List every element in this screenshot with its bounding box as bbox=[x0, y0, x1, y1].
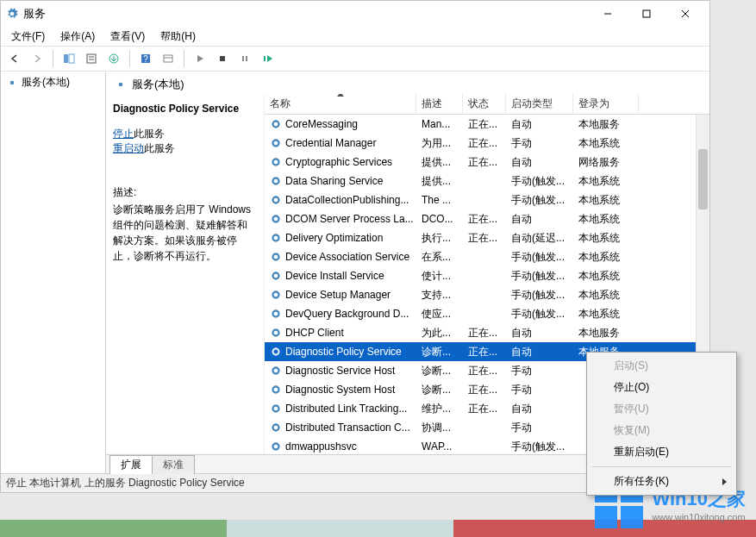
service-row[interactable]: Cryptographic Services提供...正在...自动网络服务 bbox=[265, 153, 709, 172]
service-desc: WAP... bbox=[416, 440, 463, 453]
menubar: 文件(F) 操作(A) 查看(V) 帮助(H) bbox=[1, 27, 709, 46]
stop-link[interactable]: 停止 bbox=[113, 128, 134, 140]
service-row[interactable]: CoreMessagingMan...正在...自动本地服务 bbox=[265, 115, 709, 134]
properties-button[interactable] bbox=[81, 48, 102, 69]
service-status: 正在... bbox=[463, 117, 506, 132]
svg-rect-17 bbox=[246, 56, 247, 61]
service-row[interactable]: Delivery Optimization执行...正在...自动(延迟...本… bbox=[265, 228, 709, 247]
svg-rect-6 bbox=[87, 54, 96, 63]
back-button[interactable] bbox=[4, 48, 25, 69]
restart-service-button[interactable] bbox=[257, 48, 278, 69]
ctx-restart[interactable]: 重新启动(E) bbox=[590, 441, 734, 463]
gear-icon bbox=[270, 175, 282, 187]
service-status: 正在... bbox=[463, 402, 506, 416]
gear-icon bbox=[270, 251, 282, 263]
ctx-separator bbox=[591, 466, 732, 467]
service-name: Cryptographic Services bbox=[285, 156, 392, 168]
service-logon: 本地系统 bbox=[573, 193, 639, 208]
service-row[interactable]: DHCP Client为此...正在...自动本地服务 bbox=[265, 323, 709, 342]
service-row[interactable]: Device Install Service使计...手动(触发...本地系统 bbox=[265, 266, 709, 285]
tree-root[interactable]: 服务(本地) bbox=[6, 75, 100, 90]
gear-icon bbox=[270, 440, 282, 453]
svg-rect-16 bbox=[242, 56, 244, 61]
service-status: 正在... bbox=[463, 364, 506, 378]
ctx-all-tasks[interactable]: 所有任务(K) bbox=[590, 471, 734, 492]
menu-file[interactable]: 文件(F) bbox=[4, 28, 52, 46]
gear-icon bbox=[270, 270, 282, 282]
view-button[interactable] bbox=[158, 48, 178, 69]
forward-button[interactable] bbox=[27, 48, 47, 69]
service-name: CoreMessaging bbox=[285, 118, 358, 130]
service-logon: 本地系统 bbox=[573, 212, 639, 227]
export-button[interactable] bbox=[103, 48, 124, 69]
restart-link[interactable]: 重启动 bbox=[113, 142, 144, 154]
service-desc: 协调... bbox=[416, 421, 463, 435]
gear-icon bbox=[270, 403, 282, 415]
svg-rect-1 bbox=[643, 10, 650, 17]
svg-rect-15 bbox=[220, 56, 225, 61]
gear-icon bbox=[270, 232, 282, 244]
menu-view[interactable]: 查看(V) bbox=[103, 28, 152, 46]
close-button[interactable] bbox=[665, 2, 704, 26]
menu-help[interactable]: 帮助(H) bbox=[153, 28, 203, 46]
service-desc: 诊断... bbox=[416, 345, 463, 359]
service-name: Diagnostic Policy Service bbox=[285, 346, 402, 358]
service-status: 正在... bbox=[463, 155, 506, 170]
service-type: 手动(触发... bbox=[506, 250, 573, 265]
tab-extended[interactable]: 扩展 bbox=[109, 455, 153, 474]
service-type: 自动 bbox=[506, 212, 573, 227]
service-row[interactable]: DevQuery Background D...使应...手动(触发...本地系… bbox=[265, 304, 709, 323]
minimize-button[interactable] bbox=[588, 2, 627, 26]
service-row[interactable]: DataCollectionPublishing...The ...手动(触发.… bbox=[265, 190, 709, 209]
help-button[interactable]: ? bbox=[135, 48, 156, 69]
panel-header: 服务(本地) bbox=[106, 72, 709, 94]
service-logon: 本地服务 bbox=[573, 326, 639, 340]
service-name: Distributed Transaction C... bbox=[285, 421, 410, 434]
service-name: Device Association Service bbox=[285, 251, 409, 263]
col-status[interactable]: 状态 bbox=[463, 94, 506, 115]
service-row[interactable]: Device Setup Manager支持...手动(触发...本地系统 bbox=[265, 285, 709, 304]
service-name: Distributed Link Tracking... bbox=[285, 403, 407, 415]
toolbar-separator bbox=[129, 50, 130, 67]
service-name: Device Setup Manager bbox=[285, 289, 390, 301]
show-hide-tree-button[interactable] bbox=[59, 48, 79, 69]
tab-standard[interactable]: 标准 bbox=[152, 455, 195, 474]
ctx-stop[interactable]: 停止(O) bbox=[590, 377, 734, 398]
service-desc: 使计... bbox=[416, 269, 463, 284]
service-name: DataCollectionPublishing... bbox=[285, 194, 409, 206]
maximize-button[interactable] bbox=[627, 2, 665, 26]
panel-header-label: 服务(本地) bbox=[132, 77, 184, 92]
col-logon-as[interactable]: 登录为 bbox=[573, 94, 639, 115]
service-name: Credential Manager bbox=[285, 137, 376, 149]
service-desc: 提供... bbox=[416, 155, 463, 170]
col-name[interactable]: 名称 bbox=[265, 94, 416, 115]
service-desc: Man... bbox=[416, 118, 463, 130]
start-service-button[interactable] bbox=[190, 48, 210, 69]
menu-action[interactable]: 操作(A) bbox=[53, 28, 102, 46]
service-type: 自动 bbox=[506, 326, 573, 340]
service-row[interactable]: Device Association Service在系...手动(触发...本… bbox=[265, 247, 709, 266]
service-row[interactable]: DCOM Server Process La...DCO...正在...自动本地… bbox=[265, 209, 709, 228]
col-startup-type[interactable]: 启动类型 bbox=[506, 94, 573, 115]
service-row[interactable]: Credential Manager为用...正在...手动本地系统 bbox=[265, 134, 709, 153]
col-description[interactable]: 描述 bbox=[416, 94, 463, 115]
pause-service-button[interactable] bbox=[234, 48, 255, 69]
svg-marker-19 bbox=[267, 55, 272, 62]
description-label: 描述: bbox=[113, 185, 257, 200]
gear-icon bbox=[270, 384, 282, 396]
service-row[interactable]: Data Sharing Service提供...手动(触发...本地系统 bbox=[265, 172, 709, 190]
ctx-resume: 恢复(M) bbox=[590, 420, 734, 441]
service-status: 正在... bbox=[463, 345, 506, 359]
service-type: 手动(触发... bbox=[506, 193, 573, 208]
service-desc: 执行... bbox=[416, 231, 463, 246]
service-type: 手动(触发... bbox=[506, 307, 573, 322]
stop-service-button[interactable] bbox=[212, 48, 233, 69]
gear-icon bbox=[270, 421, 282, 434]
scrollbar-thumb[interactable] bbox=[698, 149, 708, 209]
svg-rect-5 bbox=[69, 54, 74, 63]
service-desc: 诊断... bbox=[416, 364, 463, 378]
service-status: 正在... bbox=[463, 212, 506, 227]
service-desc: 在系... bbox=[416, 250, 463, 265]
sort-ascending-icon bbox=[337, 94, 344, 97]
selected-service-title: Diagnostic Policy Service bbox=[113, 103, 257, 115]
